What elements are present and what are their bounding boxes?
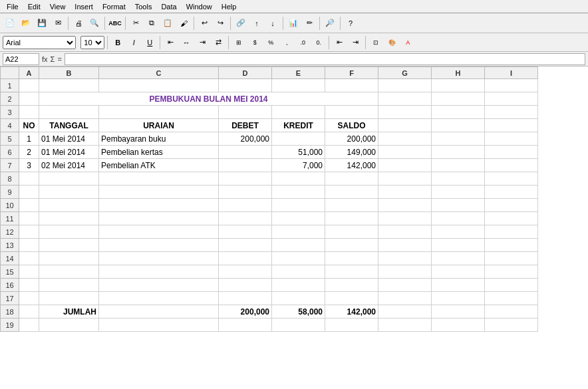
sort-asc-button[interactable]: ↑ [249, 16, 264, 31]
new-button[interactable]: 📄 [3, 16, 17, 31]
cell-c1[interactable] [99, 79, 219, 92]
cell-debet-2[interactable] [219, 146, 272, 159]
cell-uraian-1[interactable]: Pembayaran buku [99, 132, 219, 146]
cell-reference-input[interactable] [3, 53, 39, 65]
header-uraian[interactable]: URAIAN [99, 119, 219, 132]
cell-c3[interactable] [99, 106, 219, 119]
email-button[interactable]: ✉ [51, 16, 65, 31]
cell-uraian-2[interactable]: Pembelian kertas [99, 146, 219, 159]
cell-tanggal-1[interactable]: 01 Mei 2014 [39, 132, 99, 146]
cell-debet-1[interactable]: 200,000 [219, 132, 272, 146]
cell-g2[interactable] [378, 92, 432, 106]
header-no[interactable]: NO [19, 119, 39, 132]
italic-button[interactable]: I [126, 35, 141, 50]
font-selector[interactable]: Arial Times New Roman Calibri [3, 36, 76, 49]
cell-a18[interactable] [19, 305, 39, 319]
drawing-button[interactable]: ✏ [302, 16, 317, 31]
align-right-button[interactable]: ⇥ [195, 35, 210, 50]
merge-button[interactable]: ⊞ [231, 35, 246, 50]
cell-h2[interactable] [432, 92, 485, 106]
decrease-decimal-button[interactable]: 0. [311, 35, 326, 50]
cell-no-2[interactable]: 2 [19, 146, 39, 159]
cell-i7[interactable] [485, 159, 538, 172]
cell-g7[interactable] [378, 159, 432, 172]
sort-desc-button[interactable]: ↓ [265, 16, 280, 31]
increase-indent-button[interactable]: ⇥ [348, 35, 363, 50]
size-selector[interactable]: 8 9 10 11 12 14 16 [80, 36, 104, 49]
col-header-i[interactable]: I [485, 67, 538, 79]
cell-a1[interactable] [19, 79, 39, 92]
align-left-button[interactable]: ⇤ [163, 35, 178, 50]
cell-a3[interactable] [19, 106, 39, 119]
cell-total-kredit[interactable]: 58,000 [272, 305, 325, 319]
header-kredit[interactable]: KREDIT [272, 119, 325, 132]
cell-i18[interactable] [485, 305, 538, 319]
col-header-f[interactable]: F [325, 67, 378, 79]
cell-kredit-3[interactable]: 7,000 [272, 159, 325, 172]
menu-file[interactable]: File [3, 2, 23, 11]
currency-button[interactable]: $ [247, 35, 262, 50]
align-center-button[interactable]: ↔ [179, 35, 194, 50]
hyperlink-button[interactable]: 🔗 [233, 16, 248, 31]
cell-f3[interactable] [325, 106, 378, 119]
font-color-button[interactable]: A [400, 35, 415, 50]
paste-button[interactable]: 📋 [160, 16, 175, 31]
col-header-b[interactable]: B [39, 67, 99, 79]
cell-saldo-3[interactable]: 142,000 [325, 159, 378, 172]
header-saldo[interactable]: SALDO [325, 119, 378, 132]
cell-d1[interactable] [219, 79, 272, 92]
cell-g4[interactable] [378, 119, 432, 132]
cell-uraian-3[interactable]: Pembelian ATK [99, 159, 219, 172]
formula-input[interactable] [65, 53, 585, 65]
cell-b3[interactable] [39, 106, 99, 119]
cell-g5[interactable] [378, 132, 432, 146]
cell-h3[interactable] [432, 106, 485, 119]
cell-h7[interactable] [432, 159, 485, 172]
cell-total-saldo[interactable]: 142,000 [325, 305, 378, 319]
menu-tools[interactable]: Tools [131, 2, 156, 11]
cell-i5[interactable] [485, 132, 538, 146]
cell-total-debet[interactable]: 200,000 [219, 305, 272, 319]
cut-button[interactable]: ✂ [128, 16, 143, 31]
copy-button[interactable]: ⧉ [144, 16, 159, 31]
cell-h18[interactable] [432, 305, 485, 319]
zoom-button[interactable]: 🔎 [323, 16, 337, 31]
title-cell[interactable]: PEMBUKUAN BULAN MEI 2014 [39, 92, 378, 106]
redo-button[interactable]: ↪ [213, 16, 227, 31]
print-preview-button[interactable]: 🔍 [87, 16, 102, 31]
header-debet[interactable]: DEBET [219, 119, 272, 132]
help-button[interactable]: ? [343, 16, 358, 31]
cell-b1[interactable] [39, 79, 99, 92]
cell-saldo-1[interactable]: 200,000 [325, 132, 378, 146]
cell-tanggal-2[interactable]: 01 Mei 2014 [39, 146, 99, 159]
align-justify-button[interactable]: ⇄ [211, 35, 225, 50]
decrease-indent-button[interactable]: ⇤ [332, 35, 347, 50]
cell-no-3[interactable]: 3 [19, 159, 39, 172]
menu-view[interactable]: View [46, 2, 70, 11]
open-button[interactable]: 📂 [19, 16, 33, 31]
cell-e3[interactable] [272, 106, 325, 119]
cell-i1[interactable] [485, 79, 538, 92]
cell-d3[interactable] [219, 106, 272, 119]
cell-i3[interactable] [485, 106, 538, 119]
menu-edit[interactable]: Edit [24, 2, 45, 11]
cell-f1[interactable] [325, 79, 378, 92]
cell-h4[interactable] [432, 119, 485, 132]
cell-c18[interactable] [99, 305, 219, 319]
cell-kredit-2[interactable]: 51,000 [272, 146, 325, 159]
thousands-button[interactable]: , [279, 35, 294, 50]
format-painter-button[interactable]: 🖌 [176, 16, 191, 31]
cell-e1[interactable] [272, 79, 325, 92]
percent-button[interactable]: % [263, 35, 278, 50]
cell-h1[interactable] [432, 79, 485, 92]
underline-button[interactable]: U [142, 35, 157, 50]
save-button[interactable]: 💾 [35, 16, 49, 31]
cell-kredit-1[interactable] [272, 132, 325, 146]
col-header-a[interactable]: A [19, 67, 39, 79]
header-tanggal[interactable]: TANGGAL [39, 119, 99, 132]
cell-no-1[interactable]: 1 [19, 132, 39, 146]
cell-saldo-2[interactable]: 149,000 [325, 146, 378, 159]
cell-g18[interactable] [378, 305, 432, 319]
cell-i2[interactable] [485, 92, 538, 106]
menu-insert[interactable]: Insert [71, 2, 97, 11]
